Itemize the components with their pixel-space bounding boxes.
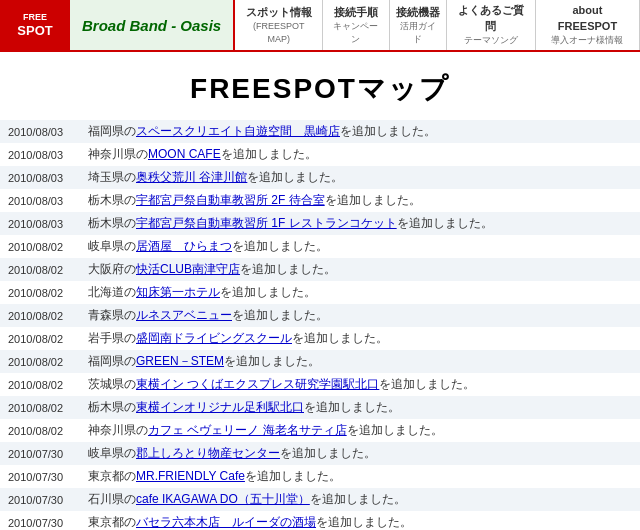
content-cell: 栃木県の宇都宮戸祭自動車教習所 2F 待合室を追加しました。 <box>80 189 640 212</box>
table-row: 2010/08/03埼玉県の奥秩父荒川 谷津川館を追加しました。 <box>0 166 640 189</box>
entry-link[interactable]: 宇都宮戸祭自動車教習所 2F 待合室 <box>136 193 325 207</box>
logo-free: FREE <box>17 12 52 23</box>
entry-link[interactable]: 知床第一ホテル <box>136 285 220 299</box>
entry-prefix: 青森県の <box>88 308 136 322</box>
entry-suffix: を追加しました。 <box>280 446 376 460</box>
table-row: 2010/07/30東京都のMR.FRIENDLY Cafeを追加しました。 <box>0 465 640 488</box>
content-cell: 埼玉県の奥秩父荒川 谷津川館を追加しました。 <box>80 166 640 189</box>
entry-link[interactable]: 宇都宮戸祭自動車教習所 1F レストランコケット <box>136 216 397 230</box>
entry-link[interactable]: cafe IKAGAWA DO（五十川堂） <box>136 492 310 506</box>
table-row: 2010/08/03栃木県の宇都宮戸祭自動車教習所 2F 待合室を追加しました。 <box>0 189 640 212</box>
entry-prefix: 神奈川県の <box>88 423 148 437</box>
entry-link[interactable]: スペースクリエイト自遊空間 黒崎店 <box>136 124 340 138</box>
table-row: 2010/08/02栃木県の東横インオリジナル足利駅北口を追加しました。 <box>0 396 640 419</box>
nav-faq[interactable]: よくあるご質問 テーマソング <box>447 0 536 50</box>
entry-link[interactable]: 奥秩父荒川 谷津川館 <box>136 170 247 184</box>
nav-spot[interactable]: スポット情報 (FREESPOT MAP) <box>235 0 323 50</box>
nav-spot-sub: (FREESPOT MAP) <box>241 20 316 45</box>
table-row: 2010/08/02青森県のルネスアベニューを追加しました。 <box>0 304 640 327</box>
entry-suffix: を追加しました。 <box>247 170 343 184</box>
table-row: 2010/08/02岐阜県の居酒屋 ひらまつを追加しました。 <box>0 235 640 258</box>
entry-suffix: を追加しました。 <box>220 285 316 299</box>
entry-link[interactable]: バセラ六本木店 ルイーダの酒場 <box>136 515 316 529</box>
nav-spot-main: スポット情報 <box>246 5 312 20</box>
entry-prefix: 北海道の <box>88 285 136 299</box>
entry-suffix: を追加しました。 <box>224 354 320 368</box>
entry-link[interactable]: 快活CLUB南津守店 <box>136 262 240 276</box>
date-cell: 2010/08/02 <box>0 304 80 327</box>
entries-table: 2010/08/03福岡県のスペースクリエイト自遊空間 黒崎店を追加しました。2… <box>0 120 640 530</box>
content-cell: 神奈川県のカフェ ベヴェリーノ 海老名サティ店を追加しました。 <box>80 419 640 442</box>
header: FREE SPOT Broad Band - Oasis スポット情報 (FRE… <box>0 0 640 52</box>
table-row: 2010/07/30岐阜県の郡上しろとり物産センターを追加しました。 <box>0 442 640 465</box>
entry-prefix: 東京都の <box>88 515 136 529</box>
entry-suffix: を追加しました。 <box>245 469 341 483</box>
content-cell: 東京都のMR.FRIENDLY Cafeを追加しました。 <box>80 465 640 488</box>
entry-suffix: を追加しました。 <box>304 400 400 414</box>
entry-suffix: を追加しました。 <box>221 147 317 161</box>
nav-connect-sub: キャンペーン <box>329 20 382 45</box>
entry-link[interactable]: 居酒屋 ひらまつ <box>136 239 232 253</box>
date-cell: 2010/08/03 <box>0 212 80 235</box>
entry-prefix: 岩手県の <box>88 331 136 345</box>
entry-prefix: 岐阜県の <box>88 239 136 253</box>
date-cell: 2010/08/02 <box>0 350 80 373</box>
entry-prefix: 石川県の <box>88 492 136 506</box>
entry-prefix: 茨城県の <box>88 377 136 391</box>
entry-suffix: を追加しました。 <box>347 423 443 437</box>
entry-prefix: 福岡県の <box>88 354 136 368</box>
date-cell: 2010/08/03 <box>0 143 80 166</box>
entry-link[interactable]: MR.FRIENDLY Cafe <box>136 469 245 483</box>
entry-link[interactable]: ルネスアベニュー <box>136 308 232 322</box>
nav-device-main: 接続機器 <box>396 5 440 20</box>
content-cell: 東京都のバセラ六本木店 ルイーダの酒場を追加しました。 <box>80 511 640 530</box>
content-cell: 岐阜県の居酒屋 ひらまつを追加しました。 <box>80 235 640 258</box>
entry-prefix: 東京都の <box>88 469 136 483</box>
page-title-area: FREESPOTマップ <box>0 52 640 120</box>
entry-link[interactable]: 盛岡南ドライビングスクール <box>136 331 292 345</box>
entry-link[interactable]: MOON CAFE <box>148 147 221 161</box>
date-cell: 2010/08/02 <box>0 258 80 281</box>
date-cell: 2010/08/02 <box>0 281 80 304</box>
entry-prefix: 埼玉県の <box>88 170 136 184</box>
table-row: 2010/08/03栃木県の宇都宮戸祭自動車教習所 1F レストランコケットを追… <box>0 212 640 235</box>
date-cell: 2010/08/03 <box>0 120 80 143</box>
nav-about-main: about FREESPOT <box>542 3 633 34</box>
entry-suffix: を追加しました。 <box>240 262 336 276</box>
content-cell: 北海道の知床第一ホテルを追加しました。 <box>80 281 640 304</box>
page-wrapper: FREE SPOT Broad Band - Oasis スポット情報 (FRE… <box>0 0 640 530</box>
date-cell: 2010/08/02 <box>0 235 80 258</box>
entry-suffix: を追加しました。 <box>325 193 421 207</box>
entry-suffix: を追加しました。 <box>340 124 436 138</box>
nav-about-sub: 導入オーナ様情報 <box>551 34 623 47</box>
date-cell: 2010/07/30 <box>0 511 80 530</box>
table-row: 2010/08/02岩手県の盛岡南ドライビングスクールを追加しました。 <box>0 327 640 350</box>
nav-device[interactable]: 接続機器 活用ガイド <box>390 0 447 50</box>
date-cell: 2010/08/02 <box>0 327 80 350</box>
date-cell: 2010/08/03 <box>0 189 80 212</box>
nav-connect[interactable]: 接続手順 キャンペーン <box>323 0 389 50</box>
table-row: 2010/08/02北海道の知床第一ホテルを追加しました。 <box>0 281 640 304</box>
entry-prefix: 福岡県の <box>88 124 136 138</box>
logo-spot: SPOT <box>17 23 52 39</box>
entry-suffix: を追加しました。 <box>232 239 328 253</box>
entry-prefix: 栃木県の <box>88 400 136 414</box>
entry-link[interactable]: 郡上しろとり物産センター <box>136 446 280 460</box>
nav-about[interactable]: about FREESPOT 導入オーナ様情報 <box>536 0 640 50</box>
entry-suffix: を追加しました。 <box>310 492 406 506</box>
table-row: 2010/08/02福岡県のGREEN－STEMを追加しました。 <box>0 350 640 373</box>
entry-suffix: を追加しました。 <box>316 515 412 529</box>
entry-link[interactable]: カフェ ベヴェリーノ 海老名サティ店 <box>148 423 347 437</box>
content-cell: 茨城県の東横イン つくばエクスプレス研究学園駅北口を追加しました。 <box>80 373 640 396</box>
table-row: 2010/08/03福岡県のスペースクリエイト自遊空間 黒崎店を追加しました。 <box>0 120 640 143</box>
table-row: 2010/08/02大阪府の快活CLUB南津守店を追加しました。 <box>0 258 640 281</box>
date-cell: 2010/07/30 <box>0 465 80 488</box>
nav-faq-sub: テーマソング <box>464 34 518 47</box>
content-cell: 福岡県のGREEN－STEMを追加しました。 <box>80 350 640 373</box>
entry-link[interactable]: 東横インオリジナル足利駅北口 <box>136 400 304 414</box>
entry-link[interactable]: 東横イン つくばエクスプレス研究学園駅北口 <box>136 377 379 391</box>
entry-link[interactable]: GREEN－STEM <box>136 354 224 368</box>
entry-suffix: を追加しました。 <box>379 377 475 391</box>
page-title: FREESPOTマップ <box>0 70 640 108</box>
brand-area: Broad Band - Oasis <box>70 0 235 50</box>
